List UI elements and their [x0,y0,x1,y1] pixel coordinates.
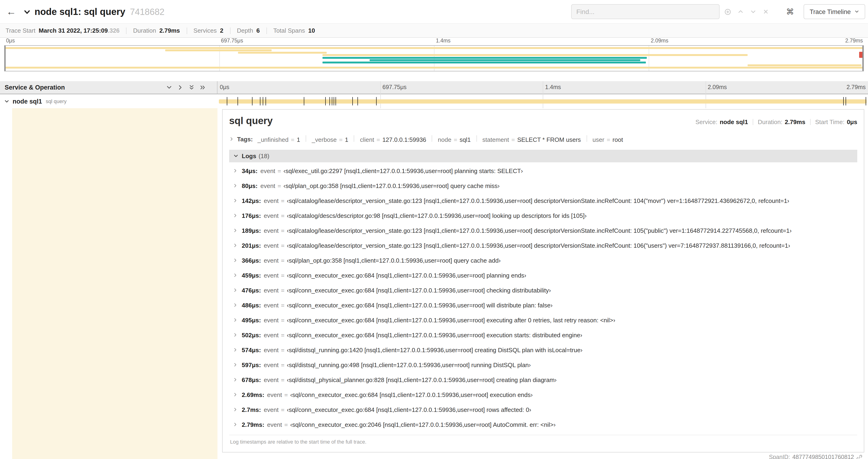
log-marker-tick [326,97,326,105]
minimap-span-bar [238,52,327,54]
keyboard-shortcuts-button[interactable]: ⌘ [782,4,798,19]
span-row-label[interactable]: node sql1 sql query [0,94,217,108]
log-row[interactable]: 495μs:event=‹sql/conn_executor_exec.go:6… [229,313,857,327]
chevron-right-icon [233,378,238,382]
chevron-right-icon [233,228,238,233]
span-id-value: 4877749850101760812 [793,454,854,459]
focus-match-icon[interactable] [724,8,731,15]
tag: user=root [592,136,623,143]
log-row[interactable]: 34μs:event=‹sql/exec_util.go:2297 [nsql1… [229,163,857,178]
trace-timeline-dropdown[interactable]: Trace Timeline [804,4,865,19]
chevron-right-icon [233,258,238,263]
log-marker-tick [252,97,252,105]
meta-divider [753,119,753,125]
log-marker-tick [843,97,844,105]
minimap-span-bar [370,59,640,61]
log-row[interactable]: 189μs:event=‹sql/catalog/lease/descripto… [229,223,857,238]
minimap-span-bar [5,67,863,69]
link-icon[interactable] [856,454,862,459]
next-result-icon[interactable] [750,8,756,15]
log-row[interactable]: 142μs:event=‹sql/catalog/lease/descripto… [229,193,857,208]
collapse-all-icon[interactable] [189,85,195,91]
tag: statement=SELECT * FROM users [482,136,581,143]
chevron-right-icon [233,348,238,352]
logs-list: 34μs:event=‹sql/exec_util.go:2297 [nsql1… [229,163,857,432]
expand-one-icon[interactable] [177,85,183,91]
page-title: node sql1: sql query 7418682 [34,6,164,17]
span-meta: Service:node sql1Duration:2.79msStart Ti… [695,119,857,126]
collapse-one-icon[interactable] [166,85,172,91]
log-marker-tick [335,97,336,105]
log-marker-tick [334,97,334,105]
tags-row[interactable]: Tags: _unfinished=1_verbose=1client=127.… [229,133,857,145]
log-marker-tick [263,97,263,105]
log-row[interactable]: 486μs:event=‹sql/conn_executor_exec.go:6… [229,298,857,313]
log-marker-tick [866,97,866,105]
log-row[interactable]: 176μs:event=‹sql/catalog/descs/descripto… [229,208,857,223]
trace-timeline-page: ← node sql1: sql query 7418682 ⌘ Trace [0,0,868,459]
log-row[interactable]: 502μs:event=‹sql/conn_executor_exec.go:6… [229,327,857,342]
log-marker-tick [304,97,304,105]
service-operation-header: Service & Operation [0,81,217,94]
logs-note: Log timestamps are relative to the start… [229,435,857,448]
log-row[interactable]: 2.69ms:event=‹sql/conn_executor_exec.go:… [229,387,857,402]
trace-id: 7418682 [130,7,164,17]
back-button[interactable]: ← [0,0,22,23]
log-row[interactable]: 80μs:event=‹sql/plan_opt.go:358 [nsql1,c… [229,178,857,193]
span-collapse-chevron-icon[interactable] [4,99,9,104]
find-input[interactable] [571,4,720,19]
collapse-controls [166,85,206,91]
log-row[interactable]: 201μs:event=‹sql/catalog/lease/descripto… [229,238,857,253]
ruler-tick-label: 2.09ms [708,84,727,91]
span-detail-area: sql query Service:node sql1Duration:2.79… [0,108,868,459]
prev-result-icon[interactable] [737,8,744,15]
top-bar: ← node sql1: sql query 7418682 ⌘ Trace [0,0,868,23]
tag: _verbose=1 [312,136,348,143]
minimap-span-bar [322,62,646,64]
clear-search-icon[interactable] [763,8,769,15]
span-id-label: SpanID: [769,454,790,459]
log-row[interactable]: 476μs:event=‹sql/conn_executor_exec.go:6… [229,283,857,298]
log-marker-tick [352,97,352,105]
ruler-tick-label: 1.4ms [545,84,561,91]
tags-label: Tags: [237,135,253,142]
minimap-time-labels: 0μs697.75μs1.4ms2.09ms2.79ms [4,38,864,45]
summary-item: Services2 [193,27,223,34]
summary-divider [230,27,230,34]
chevron-right-icon [233,213,238,218]
summary-item: Trace StartMarch 31 2022, 17:25:09.326 [6,27,120,34]
log-row[interactable]: 678μs:event=‹sql/distsql_physical_planne… [229,372,857,387]
chevron-right-icon [233,407,238,412]
span-service-name: node sql1 [12,98,42,105]
log-row[interactable]: 459μs:event=‹sql/conn_executor_exec.go:6… [229,268,857,283]
timeline-right-column: 0μs697.75μs1.4ms2.09ms2.79ms [217,81,868,108]
minimap-scrubber-right[interactable] [862,46,863,71]
logs-header[interactable]: Logs (18) [229,150,857,162]
minimap-tick-label: 0μs [6,38,15,43]
log-marker-tick [266,97,266,105]
collapse-trace-chevron-icon[interactable] [23,8,31,16]
chevron-right-icon [233,362,238,367]
tag-divider [476,135,477,141]
span-operation-name: sql query [46,98,66,104]
log-row[interactable]: 574μs:event=‹sql/distsql_running.go:1420… [229,342,857,357]
minimap-canvas[interactable] [4,45,864,71]
log-marker-tick [260,97,260,105]
log-row[interactable]: 366μs:event=‹sql/plan_opt.go:358 [nsql1,… [229,253,857,268]
log-row[interactable]: 2.79ms:event=‹sql/conn_executor_exec.go:… [229,417,857,432]
log-row[interactable]: 597μs:event=‹sql/distsql_running.go:498 … [229,357,857,372]
span-accent-column [12,108,217,459]
chevron-right-icon [233,288,238,292]
tag-divider [432,135,432,141]
span-detail-header: sql query Service:node sql1Duration:2.79… [229,115,857,126]
span-id-footer: SpanID: 4877749850101760812 [769,454,862,459]
expand-all-icon[interactable] [200,85,206,91]
timeline-section: Service & Operation [0,81,868,108]
log-row[interactable]: 2.7ms:event=‹sql/conn_executor_exec.go:6… [229,402,857,417]
chevron-right-icon [233,273,238,277]
tag-divider [354,135,354,141]
span-row-timeline[interactable] [217,94,868,108]
log-marker-tick [330,97,330,105]
minimap-scrubber-left[interactable] [5,46,6,71]
trace-timeline-label: Trace Timeline [810,8,851,15]
